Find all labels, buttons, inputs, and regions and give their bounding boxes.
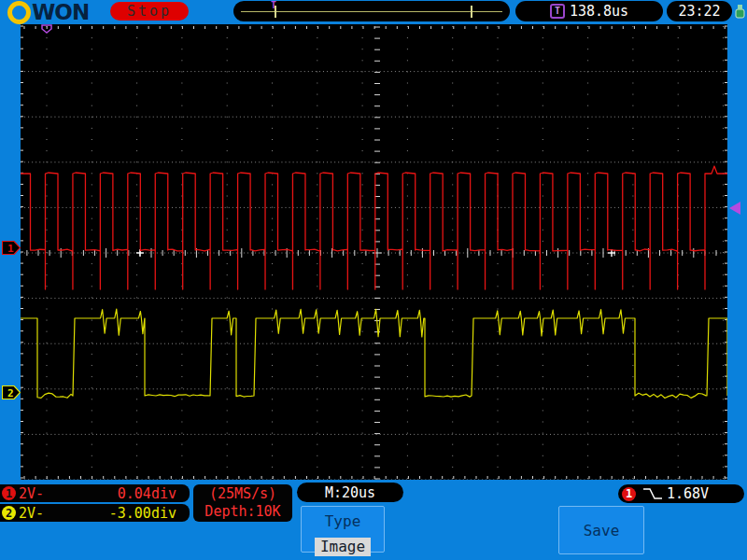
trigger-delay-readout: T 138.8us	[515, 1, 663, 21]
clock: 23:22	[667, 1, 732, 21]
memory-bar-line	[241, 11, 502, 12]
softkey-type-button[interactable]: Type Image	[301, 506, 385, 553]
acquisition-info-box: (25MS/s) Depth:10K	[193, 484, 292, 522]
softkey-save-button[interactable]: Save	[558, 506, 644, 554]
trigger-readout: 1 1.68V	[618, 484, 744, 503]
ch2-position-marker: 2	[2, 385, 21, 399]
waveform-display-area	[21, 24, 727, 480]
trigger-t-icon: T	[550, 4, 565, 19]
trigger-delay-value: 138.8us	[570, 3, 628, 20]
ch2-marker-label: 2	[7, 387, 14, 399]
owon-logo: WON	[7, 1, 89, 23]
ch2-scale: 2V-	[19, 505, 65, 522]
trigger-position-indicator: T	[233, 1, 510, 21]
usb-device-icon	[733, 4, 746, 19]
scope-canvas	[21, 24, 727, 480]
ch1-badge: 1	[2, 486, 16, 500]
trigger-t-marker: T	[271, 0, 276, 10]
sample-rate: (25MS/s)	[209, 485, 276, 503]
ch1-info-box: 1 2V- 0.04div	[0, 484, 190, 502]
trigger-level: 1.68V	[667, 485, 709, 502]
timebase-readout: M:20us	[297, 483, 403, 502]
window-position-mark	[471, 6, 472, 18]
ch1-marker-label: 1	[7, 243, 14, 255]
top-status-bar: WON Stop T T 138.8us 23:22	[0, 0, 747, 24]
ch2-badge: 2	[2, 506, 16, 520]
owon-logo-text: WON	[32, 1, 89, 23]
owon-logo-o-ring	[7, 1, 31, 24]
ch1-position-marker: 1	[2, 241, 21, 255]
run-state-badge: Stop	[110, 2, 189, 21]
falling-edge-icon	[642, 487, 663, 500]
trigger-level-arrow	[729, 202, 740, 215]
ch2-position: -3.00div	[65, 505, 190, 522]
type-label: Type	[325, 512, 361, 530]
ch2-info-box: 2 2V- -3.00div	[0, 504, 190, 522]
ch1-position: 0.04div	[65, 485, 190, 502]
trigger-source-badge: 1	[622, 487, 636, 501]
type-value-chip[interactable]: Image	[315, 538, 371, 556]
ch1-scale: 2V-	[19, 485, 65, 502]
memory-depth: Depth:10K	[204, 503, 280, 521]
